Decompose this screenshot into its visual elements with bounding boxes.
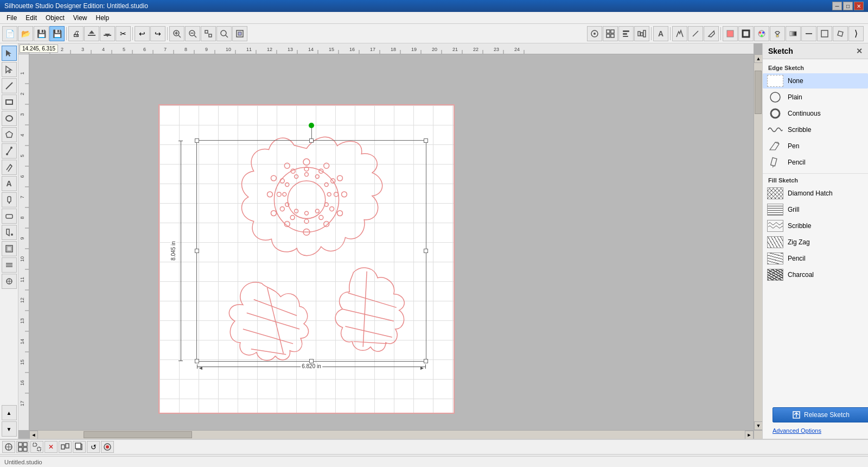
color-fill-btn[interactable] — [723, 26, 738, 41]
edge-plain-option[interactable]: Plain — [763, 90, 868, 105]
layers-tool[interactable] — [2, 257, 17, 273]
advanced-options-link[interactable]: Advanced Options — [773, 427, 821, 434]
grid-btn[interactable] — [603, 26, 618, 41]
minimize-btn[interactable]: ─ — [832, 2, 842, 10]
close-btn[interactable]: ✕ — [854, 2, 864, 10]
menu-view[interactable]: View — [69, 13, 92, 23]
align-btn[interactable] — [618, 26, 634, 41]
gradient-btn[interactable] — [786, 26, 801, 41]
edge-pen-option[interactable]: Pen — [763, 138, 868, 154]
pencil-fill-icon — [767, 253, 783, 264]
eraser-tool[interactable] — [2, 209, 17, 224]
fill-charcoal-option[interactable]: Charcoal — [763, 267, 868, 282]
svg-point-157 — [284, 163, 290, 168]
border-btn[interactable] — [817, 26, 832, 41]
cut-btn[interactable]: ✂ — [116, 26, 131, 41]
fill-grill-option[interactable]: Grill — [763, 202, 868, 217]
diamond-hatch-icon — [767, 187, 783, 199]
svg-text:20: 20 — [432, 47, 437, 52]
pencil-tool[interactable] — [2, 160, 17, 175]
menu-help[interactable]: Help — [92, 13, 114, 23]
scroll-left-btn[interactable]: ◄ — [29, 431, 38, 439]
continuous-icon — [767, 108, 783, 119]
zoom-actual-btn[interactable] — [216, 26, 232, 41]
canvas-scrollbar-vertical[interactable]: ▲ ▼ — [754, 54, 762, 430]
canvas-content[interactable]: ◄ ► 6.820 in 8.045 in — [29, 54, 754, 430]
bottom-btn-ungroup[interactable] — [30, 441, 43, 453]
edge-continuous-option[interactable]: Continuous — [763, 106, 868, 121]
bottom-btn-grid[interactable] — [16, 441, 29, 453]
distribute-btn[interactable] — [634, 26, 649, 41]
fill-diamond-hatch-option[interactable]: Diamond Hatch — [763, 186, 868, 201]
pen-tool[interactable] — [2, 143, 17, 159]
panel-close-btn[interactable]: ✕ — [856, 47, 863, 55]
scroll-thumb-h[interactable] — [84, 431, 192, 438]
zoom-in-btn[interactable] — [169, 26, 184, 41]
print-btn[interactable]: 🖨 — [68, 26, 84, 41]
scroll-thumb-v[interactable] — [755, 71, 762, 114]
sketch-r-btn[interactable] — [672, 26, 687, 41]
canvas-area[interactable]: 14.245, 6.315 1 2 3 4 5 6 7 8 9 10 11 12 — [18, 43, 762, 439]
undo-btn[interactable]: ↩ — [135, 26, 150, 41]
scribble-icon — [767, 124, 783, 136]
bottom-toolbar: ✕ ↺ — [0, 439, 868, 455]
drawing-paper[interactable]: ◄ ► 6.820 in 8.045 in — [158, 104, 455, 414]
scroll-down-btn[interactable]: ▼ — [754, 421, 762, 430]
svg-point-145 — [288, 181, 325, 218]
new-btn[interactable]: 📄 — [2, 26, 17, 41]
transform-btn[interactable] — [833, 26, 848, 41]
bottom-btn-target[interactable] — [2, 441, 15, 453]
line-tool[interactable] — [2, 78, 17, 93]
save-as-btn[interactable]: 💾 — [49, 26, 65, 41]
menu-object[interactable]: Object — [41, 13, 69, 23]
node-tool[interactable] — [2, 62, 17, 77]
canvas-scrollbar-horizontal[interactable]: ◄ ► — [29, 430, 754, 439]
bottom-btn-refresh[interactable]: ↺ — [87, 441, 100, 453]
select-tool[interactable] — [2, 46, 17, 61]
import-btn[interactable] — [84, 26, 99, 41]
maximize-btn[interactable]: □ — [843, 2, 853, 10]
rect-tool[interactable] — [2, 94, 17, 110]
menu-edit[interactable]: Edit — [21, 13, 41, 23]
fill-zigzag-option[interactable]: Zig Zag — [763, 235, 868, 250]
fill-pencil-option[interactable]: Pencil — [763, 251, 868, 266]
poly-tool[interactable] — [2, 127, 17, 142]
palette-btn[interactable] — [754, 26, 769, 41]
text-btn[interactable]: A — [653, 26, 668, 41]
expand-btn[interactable]: ⟩ — [848, 26, 864, 41]
edge-pencil-option[interactable]: Pencil — [763, 155, 868, 170]
edge-none-option[interactable]: None — [763, 73, 868, 89]
eyedropper-btn[interactable] — [770, 26, 785, 41]
edge-scribble-option[interactable]: Scribble — [763, 122, 868, 137]
pen-r-btn[interactable] — [704, 26, 719, 41]
marker-tool[interactable] — [2, 192, 17, 207]
open-btn[interactable]: 📂 — [18, 26, 33, 41]
scroll-down-tool[interactable]: ▼ — [2, 421, 17, 437]
scroll-up-tool[interactable]: ▲ — [2, 405, 17, 420]
zoom-out-btn[interactable] — [185, 26, 200, 41]
snap-btn[interactable] — [587, 26, 602, 41]
bottom-btn-record[interactable] — [101, 441, 114, 453]
redo-btn[interactable]: ↪ — [150, 26, 165, 41]
weld-tool[interactable] — [2, 274, 17, 289]
scroll-up-btn[interactable]: ▲ — [754, 54, 762, 63]
text-tool[interactable]: A — [2, 176, 17, 191]
menu-file[interactable]: File — [2, 13, 21, 23]
bottom-btn-dup[interactable] — [73, 441, 86, 453]
line-style-btn[interactable] — [801, 26, 816, 41]
toolbar-left: 📄 📂 💾 💾 🖨 ✂ ↩ ↪ — [2, 26, 247, 41]
circle-tool[interactable] — [2, 111, 17, 126]
scroll-right-btn[interactable]: ► — [745, 431, 754, 439]
fill-scribble-option[interactable]: Scribble — [763, 218, 868, 234]
export-btn[interactable] — [100, 26, 115, 41]
bottom-btn-arrange[interactable] — [59, 441, 72, 453]
color-stroke-btn[interactable] — [738, 26, 754, 41]
release-sketch-button[interactable]: Release Sketch — [773, 407, 868, 422]
media-tool[interactable] — [2, 241, 17, 256]
fullscreen-btn[interactable] — [232, 26, 247, 41]
bottom-btn-x[interactable]: ✕ — [44, 441, 58, 453]
zoom-fit-btn[interactable] — [201, 26, 216, 41]
knife-btn[interactable] — [688, 26, 703, 41]
paint-bucket-tool[interactable] — [2, 225, 17, 240]
save-btn[interactable]: 💾 — [34, 26, 49, 41]
